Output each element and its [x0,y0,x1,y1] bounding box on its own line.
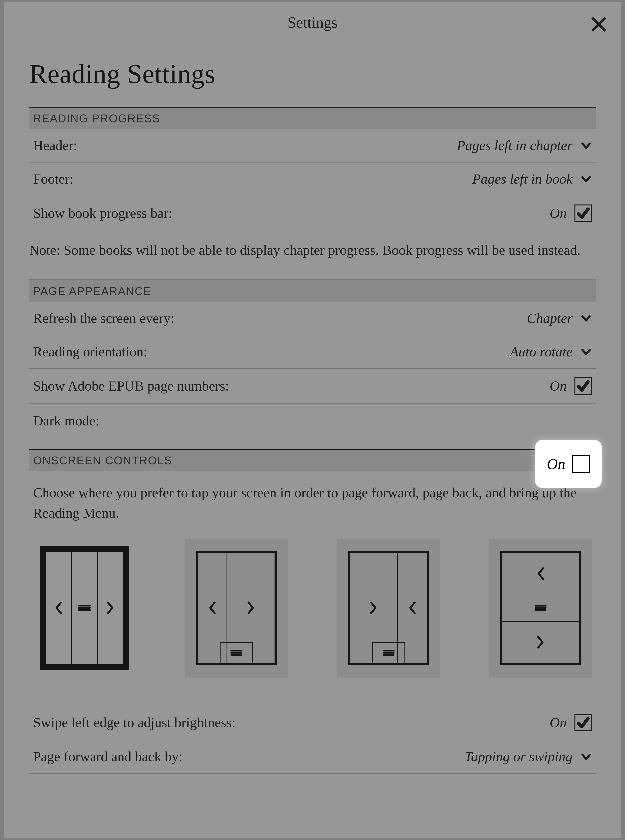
chevron-down-icon [580,140,592,152]
row-value: Pages left in book [472,171,572,187]
chevron-left-icon [536,567,546,581]
row-swipe-brightness[interactable]: Swipe left edge to adjust brightness: On [29,705,596,740]
menu-icon [230,648,243,658]
section-header-page-appearance: PAGE APPEARANCE [29,279,596,302]
chevron-right-icon [368,601,378,615]
chevron-left-icon [207,601,217,615]
chevron-right-icon [536,635,546,650]
row-value: On [550,714,567,731]
progress-note: Note: Some books will not be able to dis… [29,230,596,279]
row-label: Page forward and back by: [33,749,183,765]
section-header-onscreen-controls: ONSCREEN CONTROLS [29,449,596,471]
menu-icon [382,648,395,658]
row-label: Show book progress bar: [33,205,172,221]
row-value: On [550,378,567,394]
page-title: Reading Settings [29,58,596,89]
checkbox-checked-icon[interactable] [574,205,592,222]
row-adobe-epub-numbers[interactable]: Show Adobe EPUB page numbers: On [29,369,596,404]
row-show-progress-bar[interactable]: Show book progress bar: On [29,196,596,230]
chevron-down-icon [580,313,592,324]
checkbox-checked-icon[interactable] [574,377,592,395]
menu-icon [534,604,547,613]
row-label: Dark mode: [33,413,100,429]
row-value: Tapping or swiping [465,749,572,765]
modal-title: Settings [288,14,337,31]
chevron-right-icon [106,601,115,615]
content-area: Reading Settings READING PROGRESS Header… [4,58,621,773]
row-value: Chapter [527,310,572,326]
row-value: Pages left in chapter [457,138,572,153]
chevron-down-icon [580,174,592,185]
row-value: On [547,455,565,473]
dark-mode-toggle-highlight[interactable]: On [535,440,602,488]
section-header-reading-progress: READING PROGRESS [29,107,596,129]
checkbox-unchecked-icon[interactable] [572,455,590,473]
chevron-down-icon [580,346,592,358]
tap-layout-options [29,535,596,705]
row-footer-display[interactable]: Footer: Pages left in book [29,163,596,196]
row-reading-orientation[interactable]: Reading orientation: Auto rotate [29,335,596,369]
row-dark-mode[interactable]: Dark mode: On [29,404,596,449]
row-label: Swipe left edge to adjust brightness: [33,714,236,731]
row-value: Auto rotate [510,344,572,360]
tap-layout-option-3[interactable] [337,539,440,678]
tap-layout-option-4[interactable] [489,539,592,678]
row-value: On [550,205,567,221]
chevron-left-icon [54,601,63,615]
row-label: Footer: [33,171,73,187]
settings-window: Settings Reading Settings READING PROGRE… [4,2,621,838]
row-label: Refresh the screen every: [33,310,174,326]
chevron-left-icon [407,601,417,615]
row-label: Show Adobe EPUB page numbers: [33,378,229,394]
close-button[interactable] [588,14,609,35]
menu-icon [78,603,91,614]
row-label: Header: [33,138,77,153]
close-icon [590,15,607,33]
onscreen-controls-instruction: Choose where you prefer to tap your scre… [29,471,596,535]
row-label: Reading orientation: [33,344,147,360]
tap-layout-option-2[interactable] [185,539,288,678]
checkbox-checked-icon[interactable] [574,714,592,731]
tap-layout-option-1[interactable] [33,539,136,678]
row-refresh-screen[interactable]: Refresh the screen every: Chapter [29,302,596,335]
row-page-nav-method[interactable]: Page forward and back by: Tapping or swi… [29,740,596,773]
chevron-right-icon [246,601,256,615]
row-header-display[interactable]: Header: Pages left in chapter [29,129,596,163]
titlebar: Settings [4,2,621,43]
chevron-down-icon [580,751,592,763]
